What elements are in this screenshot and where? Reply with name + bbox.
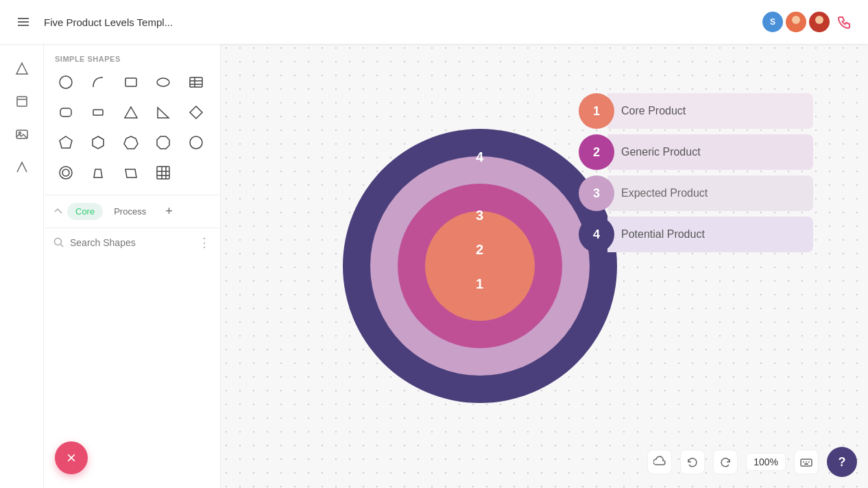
- small-rect-shape[interactable]: [84, 99, 112, 126]
- legend-circle-1: 1: [579, 93, 614, 129]
- sidebar: [0, 44, 44, 488]
- rectangle-shape[interactable]: [117, 69, 145, 96]
- svg-rect-13: [125, 78, 136, 86]
- legend-circle-2: 2: [579, 134, 614, 170]
- search-input[interactable]: [70, 237, 193, 248]
- pentagon-shape[interactable]: [52, 129, 80, 156]
- svg-marker-27: [157, 136, 169, 149]
- triangle-shape[interactable]: [117, 99, 145, 126]
- add-tab-button[interactable]: +: [157, 201, 181, 222]
- menu-button[interactable]: [11, 10, 36, 34]
- shapes-grid: [44, 69, 220, 195]
- tab-core[interactable]: Core: [67, 203, 103, 220]
- svg-point-28: [190, 136, 202, 149]
- svg-point-12: [60, 76, 72, 88]
- svg-rect-15: [190, 77, 202, 87]
- right-triangle-shape[interactable]: [149, 99, 177, 126]
- topbar: Five Product Levels Templ... S: [0, 0, 868, 44]
- legend-circle-3: 3: [579, 175, 614, 211]
- legend-item-4: 4 Potential Product: [579, 217, 813, 252]
- svg-marker-21: [125, 107, 137, 118]
- svg-point-5: [815, 16, 823, 24]
- svg-marker-23: [190, 106, 202, 119]
- search-bar: ⋮: [44, 228, 220, 257]
- shapes-panel: SIMPLE SHAPES Core Process: [44, 44, 221, 488]
- ellipse-shape[interactable]: [149, 69, 177, 96]
- svg-marker-22: [158, 108, 169, 118]
- sidebar-image-button[interactable]: [8, 121, 36, 148]
- octagon-shape[interactable]: [149, 129, 177, 156]
- redo-button[interactable]: [713, 450, 738, 474]
- ring-shape[interactable]: [52, 159, 80, 186]
- svg-point-14: [157, 78, 169, 86]
- svg-point-4: [789, 25, 803, 32]
- more-options-button[interactable]: ⋮: [198, 235, 210, 250]
- svg-rect-20: [93, 110, 103, 115]
- avatar-3: [809, 12, 830, 32]
- svg-marker-31: [94, 169, 102, 178]
- avatar-2: [786, 12, 806, 32]
- legend-item-1: 1 Core Product: [579, 93, 813, 129]
- legend-item-3: 3 Expected Product: [579, 175, 813, 211]
- undo-button[interactable]: [680, 450, 705, 474]
- circle-4-num: 4: [476, 149, 483, 165]
- legend-circle-4: 4: [579, 217, 614, 252]
- circle-shape[interactable]: [52, 69, 80, 96]
- svg-point-29: [60, 167, 72, 179]
- trapezoid-shape[interactable]: [84, 159, 112, 186]
- svg-line-39: [61, 245, 64, 247]
- hexagon-shape[interactable]: [84, 129, 112, 156]
- svg-marker-26: [124, 136, 138, 149]
- svg-rect-8: [17, 97, 27, 106]
- legend-label-2: Generic Product: [607, 134, 813, 170]
- rounded-rect-shape[interactable]: [52, 99, 80, 126]
- svg-marker-32: [125, 169, 136, 178]
- circle-1-num: 1: [476, 276, 483, 292]
- tab-settings-icon: [52, 206, 64, 218]
- circle2-shape[interactable]: [182, 129, 210, 156]
- bottom-bar: 100% ?: [647, 447, 857, 477]
- svg-marker-24: [60, 136, 72, 148]
- diagram: 4 3 2 1: [343, 129, 617, 403]
- circle-3-num: 3: [476, 208, 483, 223]
- canvas-area: 4 3 2 1 1 Core Product 2 Generic Product…: [221, 44, 868, 488]
- keyboard-button[interactable]: [794, 450, 819, 474]
- avatar-1: S: [762, 12, 783, 32]
- arc-shape[interactable]: [84, 69, 112, 96]
- legend-label-1: Core Product: [607, 93, 813, 129]
- svg-point-6: [812, 25, 826, 32]
- help-button[interactable]: ?: [827, 447, 857, 477]
- search-icon: [53, 237, 64, 248]
- sidebar-path-button[interactable]: [8, 154, 36, 181]
- collaborators: S: [762, 10, 857, 34]
- table-shape[interactable]: [182, 69, 210, 96]
- document-title: Five Product Levels Templ...: [44, 16, 754, 28]
- heptagon-shape[interactable]: [117, 129, 145, 156]
- legend-item-2: 2 Generic Product: [579, 134, 813, 170]
- legend-label-4: Potential Product: [607, 217, 813, 252]
- zoom-level[interactable]: 100%: [746, 453, 786, 471]
- circle-2-num: 2: [476, 242, 483, 258]
- cloud-save-button[interactable]: [647, 450, 672, 474]
- grid-shape[interactable]: [149, 159, 177, 186]
- parallelogram-shape[interactable]: [117, 159, 145, 186]
- legend-panel: 1 Core Product 2 Generic Product 3 Expec…: [579, 93, 813, 252]
- svg-point-3: [792, 16, 800, 24]
- sidebar-shapes-button[interactable]: [8, 55, 36, 82]
- tab-process[interactable]: Process: [106, 203, 154, 220]
- circle-1: [425, 211, 535, 321]
- svg-point-30: [62, 169, 69, 176]
- shapes-section-label: SIMPLE SHAPES: [44, 44, 220, 69]
- sidebar-frame-button[interactable]: [8, 88, 36, 115]
- svg-rect-33: [157, 167, 169, 179]
- svg-marker-7: [16, 63, 27, 74]
- svg-rect-19: [60, 108, 71, 117]
- legend-label-3: Expected Product: [607, 175, 813, 211]
- diamond-shape[interactable]: [182, 99, 210, 126]
- call-button[interactable]: [832, 10, 857, 34]
- svg-marker-25: [93, 136, 104, 149]
- svg-point-38: [55, 239, 62, 245]
- tabs-bar: Core Process +: [44, 195, 220, 228]
- fab-close-button[interactable]: ×: [55, 441, 88, 474]
